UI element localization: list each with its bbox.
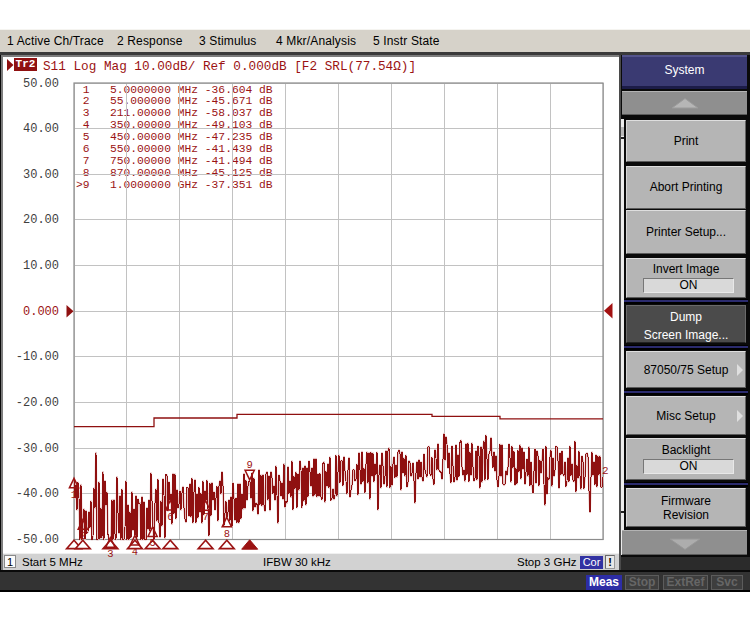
svg-text:2: 2 [80, 530, 86, 542]
svg-text:4: 4 [132, 546, 138, 558]
svg-text:6: 6 [167, 511, 173, 523]
svg-text:5: 5 [149, 537, 155, 549]
svg-text:1: 1 [71, 489, 77, 501]
svg-text:2: 2 [602, 465, 609, 477]
svg-text:9: 9 [247, 459, 253, 471]
svg-text:8: 8 [224, 528, 230, 540]
svg-text:7: 7 [202, 511, 208, 523]
svg-text:3: 3 [107, 548, 113, 560]
